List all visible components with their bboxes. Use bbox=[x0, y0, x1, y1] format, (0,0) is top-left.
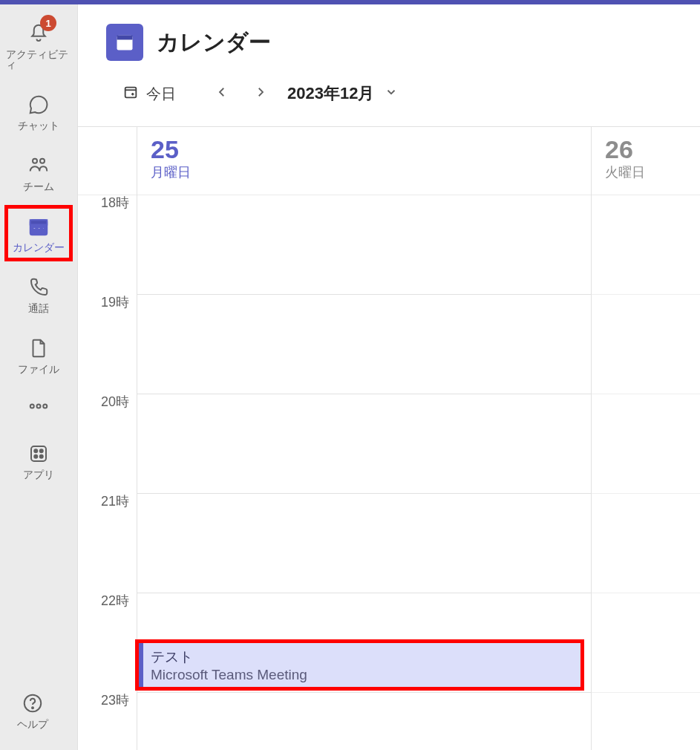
hour-label: 19時 bbox=[78, 293, 137, 393]
svg-rect-24 bbox=[125, 87, 137, 97]
rail-label: ヘルプ bbox=[17, 719, 48, 729]
svg-point-1 bbox=[40, 159, 45, 163]
svg-point-7 bbox=[30, 405, 34, 408]
rail-item-help[interactable]: ヘルプ bbox=[0, 683, 65, 737]
rail-item-chat[interactable]: チャット bbox=[6, 85, 71, 138]
next-button[interactable] bbox=[250, 83, 271, 104]
rail-label: アプリ bbox=[23, 469, 54, 480]
svg-rect-23 bbox=[123, 46, 126, 48]
day-name: 火曜日 bbox=[605, 165, 700, 181]
rail-label: チャット bbox=[18, 120, 59, 131]
file-icon bbox=[26, 336, 51, 361]
ellipsis-icon bbox=[26, 394, 51, 419]
day-number: 25 bbox=[151, 136, 591, 163]
rail-item-apps[interactable]: アプリ bbox=[6, 434, 71, 487]
time-slot[interactable] bbox=[137, 394, 591, 494]
svg-rect-22 bbox=[120, 46, 122, 48]
calendar-app-icon bbox=[106, 24, 143, 61]
activity-badge: 1 bbox=[40, 15, 56, 31]
rail-item-files[interactable]: ファイル bbox=[6, 328, 71, 382]
svg-point-0 bbox=[33, 159, 37, 163]
svg-rect-20 bbox=[123, 42, 126, 45]
svg-point-8 bbox=[37, 405, 41, 408]
hour-label: 18時 bbox=[78, 194, 137, 293]
hour-label: 22時 bbox=[78, 592, 137, 691]
day-column[interactable]: 25 月曜日 テスト Microsoft Teams Meeting bbox=[137, 127, 592, 750]
svg-rect-10 bbox=[31, 446, 46, 461]
teams-icon bbox=[26, 153, 51, 178]
day-header: 25 月曜日 bbox=[137, 127, 591, 195]
time-slot[interactable] bbox=[592, 593, 700, 693]
current-range-label: 2023年12月 bbox=[287, 82, 374, 105]
calendar-toolbar: 今日 2023年12月 bbox=[78, 80, 700, 126]
app-rail: 1 アクティビティ チャット チーム カレンダー 通話 ファイル bbox=[0, 4, 78, 750]
chevron-down-icon bbox=[385, 84, 398, 103]
today-button[interactable]: 今日 bbox=[118, 80, 180, 107]
help-icon bbox=[20, 691, 45, 716]
chevron-right-icon bbox=[254, 85, 267, 102]
hour-label: 21時 bbox=[78, 492, 137, 592]
day-column[interactable]: 26 火曜日 bbox=[592, 127, 700, 750]
chat-icon bbox=[26, 92, 51, 117]
time-slot[interactable] bbox=[137, 693, 591, 750]
rail-label: ファイル bbox=[18, 364, 59, 374]
calendar-event[interactable]: テスト Microsoft Teams Meeting bbox=[139, 643, 580, 687]
day-header: 26 火曜日 bbox=[592, 127, 700, 195]
prev-button[interactable] bbox=[212, 83, 232, 104]
hour-label: 20時 bbox=[78, 393, 137, 492]
page-header: カレンダー bbox=[78, 4, 700, 80]
svg-point-9 bbox=[43, 405, 47, 408]
svg-point-11 bbox=[34, 449, 37, 452]
svg-rect-21 bbox=[128, 42, 131, 45]
today-label: 今日 bbox=[146, 84, 176, 104]
svg-point-13 bbox=[34, 455, 37, 458]
svg-rect-6 bbox=[42, 227, 45, 229]
time-gutter: 18時 19時 20時 21時 22時 23時 bbox=[78, 127, 137, 750]
svg-rect-3 bbox=[30, 220, 48, 224]
rail-label: チーム bbox=[23, 181, 54, 192]
svg-point-14 bbox=[40, 455, 43, 458]
svg-rect-4 bbox=[33, 227, 36, 229]
time-slot[interactable] bbox=[592, 394, 700, 494]
event-subtitle: Microsoft Teams Meeting bbox=[151, 667, 573, 683]
apps-icon bbox=[26, 441, 51, 466]
svg-point-12 bbox=[40, 449, 43, 452]
day-number: 26 bbox=[605, 136, 700, 163]
day-name: 月曜日 bbox=[151, 165, 591, 181]
calendar-grid: 18時 19時 20時 21時 22時 23時 25 月曜日 テスト bbox=[78, 126, 700, 750]
rail-item-teams[interactable]: チーム bbox=[6, 146, 71, 199]
time-slot[interactable] bbox=[592, 295, 700, 394]
calendar-icon bbox=[26, 214, 51, 239]
rail-label: アクティビティ bbox=[6, 49, 71, 70]
time-slot[interactable] bbox=[592, 693, 700, 750]
phone-icon bbox=[26, 275, 51, 300]
time-slot[interactable] bbox=[137, 195, 591, 295]
svg-point-16 bbox=[32, 707, 33, 708]
svg-rect-18 bbox=[117, 36, 133, 40]
rail-label: 通話 bbox=[28, 303, 49, 313]
main-area: カレンダー 今日 2023年12月 18時 19時 20時 21 bbox=[78, 4, 700, 750]
rail-item-more[interactable] bbox=[6, 386, 71, 426]
rail-item-activity[interactable]: 1 アクティビティ bbox=[6, 13, 71, 77]
time-slot[interactable] bbox=[592, 494, 700, 593]
time-slot[interactable] bbox=[592, 195, 700, 295]
hour-label: 23時 bbox=[78, 691, 137, 750]
chevron-left-icon bbox=[215, 85, 229, 102]
day-columns: 25 月曜日 テスト Microsoft Teams Meeting 26 火曜… bbox=[137, 127, 700, 750]
page-title: カレンダー bbox=[157, 27, 271, 58]
svg-rect-19 bbox=[120, 42, 122, 45]
calendar-today-icon bbox=[122, 84, 139, 104]
rail-item-calendar[interactable]: カレンダー bbox=[6, 206, 71, 260]
svg-rect-5 bbox=[38, 227, 41, 229]
time-slot[interactable] bbox=[137, 494, 591, 593]
rail-label: カレンダー bbox=[13, 242, 65, 252]
rail-item-calls[interactable]: 通話 bbox=[6, 267, 71, 321]
event-title: テスト bbox=[151, 648, 573, 667]
date-range-picker[interactable]: 2023年12月 bbox=[287, 82, 398, 105]
time-slot[interactable] bbox=[137, 295, 591, 394]
